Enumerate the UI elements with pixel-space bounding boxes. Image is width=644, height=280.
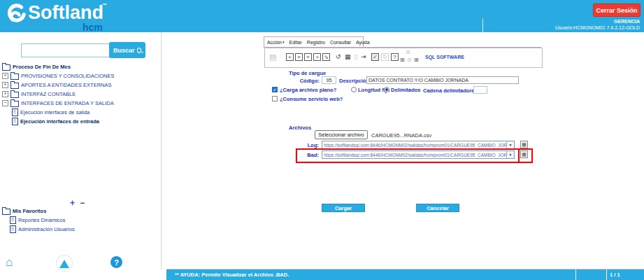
bad-file-url: https://softlandsql.com:8446/HCMGNM02/sa… xyxy=(322,153,506,158)
delimitados-radio[interactable] xyxy=(384,87,389,92)
tree-item-aportes[interactable]: + APORTES A ENTIDADES EXTERNAS xyxy=(2,81,111,88)
tree-item-provisiones[interactable]: + PROVISIONES Y CONSOLIDACIONES xyxy=(2,72,115,79)
menu-ayuda[interactable]: Ayuda xyxy=(356,40,370,45)
section-title-tipo-de-cargue: Tipo de cargue xyxy=(289,70,326,76)
carga-archivo-plano-checkbox[interactable]: ✓ xyxy=(272,87,278,92)
user-role: GERENCIA xyxy=(614,19,640,24)
brand-name: Softland xyxy=(28,2,103,24)
search-button-label: Buscar xyxy=(113,47,135,54)
help-icon[interactable]: ? xyxy=(391,53,399,61)
search-button[interactable]: Buscar xyxy=(109,42,145,58)
bad-label: Bad: xyxy=(298,152,319,158)
user-version-info: Usuario:HCMGNOM01 7.4.2.12-GOLD xyxy=(555,25,640,30)
prev-block-icon[interactable]: « xyxy=(295,53,303,61)
sql-software-brand: SQL SOFTWARE xyxy=(425,55,464,59)
status-bar: ** AYUDA: Permite Visualizar el Archivo … xyxy=(166,270,644,280)
page-indicator: 1 / 1 xyxy=(610,272,620,278)
app-header: Softland ™ hcm Cerrar Sesión GERENCIA Us… xyxy=(0,0,644,32)
search-input[interactable] xyxy=(21,43,112,57)
window-layout-icon: ⊞ xyxy=(406,50,410,55)
next-block-icon[interactable]: » xyxy=(304,53,312,61)
tree-item-label: Ejecución interfaces de entrada xyxy=(20,118,99,125)
folder-icon xyxy=(10,101,19,107)
folder-icon xyxy=(2,64,10,71)
home-icon[interactable]: ⌂ xyxy=(6,255,13,270)
tree-item-label: Mis Favoritos xyxy=(13,208,46,214)
pyramid-shape xyxy=(59,260,69,268)
save-icon[interactable]: ▦ xyxy=(345,53,351,61)
descripcion-input[interactable] xyxy=(366,76,519,84)
tree-item-ejecucion-entrada[interactable]: Ejecución interfaces de entrada xyxy=(12,118,99,125)
expand-icon[interactable]: + xyxy=(2,82,8,88)
first-record-icon[interactable]: < xyxy=(286,53,294,61)
org-pyramid-icon[interactable] xyxy=(56,255,73,272)
logout-button[interactable]: Cerrar Sesión xyxy=(593,4,641,17)
dropdown-caret-icon[interactable]: ▼ xyxy=(506,141,514,148)
tree-item-label: Proceso De Fin De Mes xyxy=(13,64,71,70)
view-bad-file-icon[interactable]: ▦ xyxy=(520,150,528,158)
cadena-delimitadora-label: Cadena delimitadora: xyxy=(423,88,476,94)
trademark: ™ xyxy=(102,3,107,8)
tree-item-label: INTERFACES DE ENTRADA Y SALIDA xyxy=(21,100,114,106)
folder-icon xyxy=(2,209,10,215)
last-record-icon[interactable]: > xyxy=(313,53,321,61)
cancelar-button[interactable]: Cancelar xyxy=(416,204,459,212)
statusbar-divider xyxy=(606,270,607,280)
window-layout-icon[interactable]: ⊞ xyxy=(400,57,405,63)
tree-item-label: Administración Usuarios xyxy=(18,226,75,232)
window-layout-icon[interactable]: ⊞ xyxy=(414,57,419,63)
sync-icon: ↻ xyxy=(381,53,389,61)
codigo-label: Código: xyxy=(294,78,320,84)
jump-record-icon[interactable]: ⇘ xyxy=(322,53,330,61)
tree-item-label: PROVISIONES Y CONSOLIDACIONES xyxy=(21,73,115,79)
tree-zoom-controls: + − xyxy=(70,198,86,208)
dropdown-caret-icon[interactable]: ▼ xyxy=(506,151,514,158)
menu-registro[interactable]: Registro xyxy=(307,40,325,45)
tree-item-label: APORTES A ENTIDADES EXTERNAS xyxy=(21,82,111,88)
delimitados-label: Delimitados xyxy=(391,87,421,93)
app-window: Softland ™ hcm Cerrar Sesión GERENCIA Us… xyxy=(0,0,644,280)
bad-file-select[interactable]: https://softlandsql.com:8446/HCMGNM02/sa… xyxy=(322,150,515,159)
expand-all-button[interactable]: + xyxy=(70,198,76,208)
exit-icon[interactable]: ⇥ xyxy=(361,53,366,61)
tree-item-interfaces-entrada-salida[interactable]: − INTERFACES DE ENTRADA Y SALIDA xyxy=(2,99,114,106)
document-icon xyxy=(10,225,16,233)
codigo-input[interactable] xyxy=(322,76,336,84)
tree-item-mis-favoritos[interactable]: Mis Favoritos xyxy=(2,207,46,214)
window-layout-icon: ⊞ xyxy=(407,57,412,63)
statusbar-divider xyxy=(575,270,576,280)
collapse-icon[interactable]: − xyxy=(2,100,8,106)
help-circle-icon[interactable]: ? xyxy=(110,256,122,268)
view-log-file-icon[interactable]: ▦ xyxy=(520,141,528,148)
tree-item-label: INTERFAZ CONTABLE xyxy=(21,91,76,97)
consume-servicio-web-label: ¿Consume servicio web? xyxy=(280,96,343,102)
data-source-icon: ▤ xyxy=(269,53,276,61)
refresh-icon[interactable]: ↺ xyxy=(336,53,341,61)
collapse-all-button[interactable]: − xyxy=(80,198,86,208)
carga-archivo-plano-label: ¿Carga archivo plano? xyxy=(280,87,336,93)
document-icon xyxy=(12,118,18,125)
confirm-icon[interactable]: ✓ xyxy=(371,53,379,61)
cargar-button[interactable]: Cargar xyxy=(322,204,365,212)
tree-item-reportes-dinamicos[interactable]: Reportes Dinámicos xyxy=(10,216,66,223)
document-icon xyxy=(10,216,16,224)
consume-servicio-web-checkbox[interactable] xyxy=(272,96,278,102)
tree-item-proceso-fin-de-mes[interactable]: Proceso De Fin De Mes xyxy=(2,63,71,70)
folder-icon xyxy=(10,74,19,80)
cadena-delimitadora-input[interactable] xyxy=(473,86,487,94)
menu-editar[interactable]: Editar xyxy=(289,40,302,45)
expand-icon[interactable]: + xyxy=(2,91,8,97)
tree-item-interfaz-contable[interactable]: + INTERFAZ CONTABLE xyxy=(2,90,76,97)
seleccionar-archivo-button[interactable]: Seleccionar archivo xyxy=(315,130,368,139)
status-help-text: ** AYUDA: Permite Visualizar el Archivo … xyxy=(175,272,289,278)
menu-accion[interactable]: Acción ▾ xyxy=(267,40,285,45)
softland-logo-icon xyxy=(6,4,27,24)
selected-file-name: CARGUE95...RNADA.csv xyxy=(371,132,431,139)
menu-bar: Acción ▾ Editar Registro Consultar Ayuda xyxy=(264,36,364,48)
expand-icon[interactable]: + xyxy=(2,73,8,79)
tree-item-administracion-usuarios[interactable]: Administración Usuarios xyxy=(10,225,75,232)
menu-consultar[interactable]: Consultar xyxy=(330,40,351,45)
log-file-select[interactable]: https://softlandsql.com:8446/HCMGNM02/sa… xyxy=(322,141,515,149)
tree-item-ejecucion-salida[interactable]: Ejecución interfaces de salida xyxy=(12,108,90,115)
longitud-fija-radio[interactable] xyxy=(351,87,357,92)
